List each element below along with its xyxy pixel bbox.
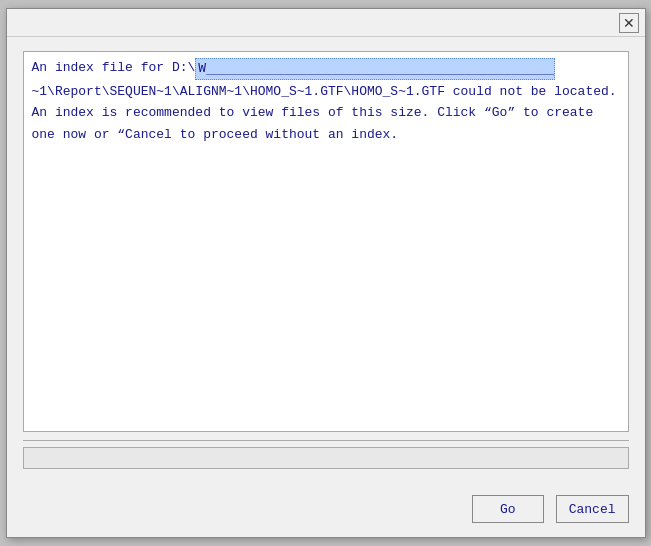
close-button[interactable]: ✕ xyxy=(619,13,639,33)
separator xyxy=(23,440,629,441)
progress-area xyxy=(23,447,629,469)
message-prefix: An index file for D:\ xyxy=(32,58,196,78)
go-button[interactable]: Go xyxy=(472,495,544,523)
file-path-line: An index file for D:\W̲̲̲̲̲̲̲̲̲̲̲̲̲̲̲̲̲̲… xyxy=(32,58,620,80)
message-line3: one now or “Cancel to proceed without an… xyxy=(32,125,620,145)
content-area: An index file for D:\W̲̲̲̲̲̲̲̲̲̲̲̲̲̲̲̲̲̲… xyxy=(7,37,645,487)
message-box: An index file for D:\W̲̲̲̲̲̲̲̲̲̲̲̲̲̲̲̲̲̲… xyxy=(23,51,629,432)
button-area: Go Cancel xyxy=(7,487,645,537)
message-line2: An index is recommended to view files of… xyxy=(32,103,620,123)
message-continuation: ~1\Report\SEQUEN~1\ALIGNM~1\HOMO_S~1.GTF… xyxy=(32,82,620,102)
title-bar: ✕ xyxy=(7,9,645,37)
path-highlight: W̲̲̲̲̲̲̲̲̲̲̲̲̲̲̲̲̲̲̲̲̲̲̲̲̲̲̲̲̲̲̲̲̲̲̲̲̲̲̲… xyxy=(195,58,555,80)
dialog-window: ✕ An index file for D:\W̲̲̲̲̲̲̲̲̲̲̲̲̲̲̲̲… xyxy=(6,8,646,538)
cancel-button[interactable]: Cancel xyxy=(556,495,629,523)
